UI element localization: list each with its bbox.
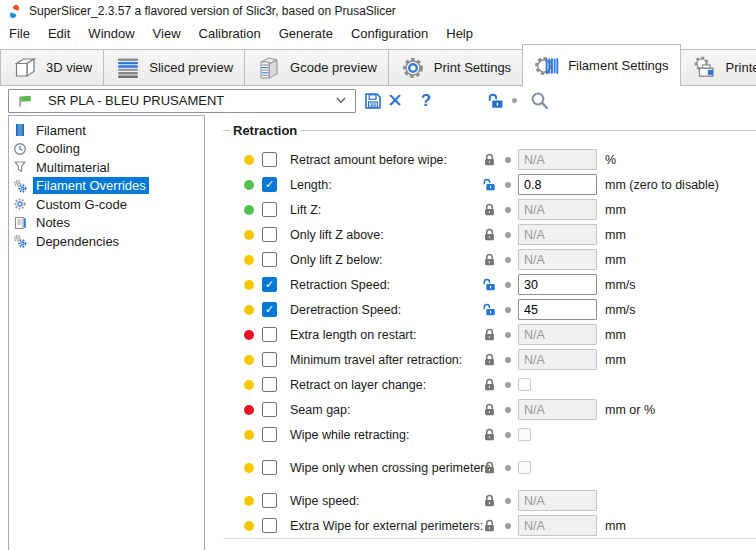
override-checkbox[interactable] (262, 202, 277, 217)
sidebar-item-multimaterial[interactable]: Multimaterial (9, 158, 204, 177)
override-checkbox[interactable] (262, 252, 277, 267)
locked-icon[interactable] (483, 328, 496, 341)
menu-item-edit[interactable]: Edit (39, 23, 79, 44)
setting-control (518, 199, 597, 220)
bullet-icon (505, 182, 511, 188)
menu-item-help[interactable]: Help (437, 23, 482, 44)
override-checkbox[interactable] (262, 352, 277, 367)
sidebar-item-cooling[interactable]: Cooling (9, 140, 204, 159)
locked-icon[interactable] (483, 461, 496, 474)
help-icon[interactable]: ? (420, 91, 432, 111)
setting-label: Retraction Speed: (290, 278, 483, 292)
bullet-icon (505, 307, 511, 313)
sidebar-item-dependencies[interactable]: Dependencies (9, 232, 204, 251)
locked-icon[interactable] (483, 403, 496, 416)
setting-control (518, 428, 597, 441)
value-input (518, 490, 597, 511)
override-checkbox[interactable] (262, 152, 277, 167)
settings-panel: Retraction Retract amount before wipe: %… (206, 115, 756, 550)
unlocked-icon[interactable] (483, 178, 496, 191)
cube-icon (12, 55, 38, 81)
gear-icon (13, 197, 27, 211)
setting-row: ✓ Retraction Speed: mm/s (206, 272, 756, 297)
sidebar-item-label: Filament (33, 122, 89, 139)
status-dot-icon (244, 280, 254, 290)
sidebar-item-notes[interactable]: Notes (9, 214, 204, 233)
setting-control (518, 399, 597, 420)
menu-item-window[interactable]: Window (79, 23, 143, 44)
setting-row: Extra length on restart: mm (206, 322, 756, 347)
tab-label: Printer Settings (726, 60, 756, 75)
sidebar-item-custom-g-code[interactable]: Custom G-code (9, 195, 204, 214)
sidebar-item-filament[interactable]: Filament (9, 121, 204, 140)
tab-filament-settings[interactable]: Filament Settings (522, 44, 680, 86)
tab-3d-view[interactable]: 3D view (0, 49, 104, 86)
search-icon[interactable] (530, 91, 549, 110)
tab-printer-settings[interactable]: Printer Settings (680, 49, 756, 86)
override-checkbox[interactable] (262, 327, 277, 342)
unlocked-icon[interactable] (488, 93, 504, 109)
menu-item-calibration[interactable]: Calibration (190, 23, 270, 44)
locked-icon[interactable] (483, 153, 496, 166)
locked-icon[interactable] (483, 378, 496, 391)
value-input[interactable] (518, 174, 597, 195)
bullet-icon (505, 498, 511, 504)
tab-sliced-preview[interactable]: Sliced preview (103, 49, 245, 86)
unlocked-icon[interactable] (483, 303, 496, 316)
tab-print-settings[interactable]: Print Settings (388, 49, 523, 86)
sidebar-item-label: Filament Overrides (33, 177, 149, 194)
tab-gcode-preview[interactable]: Gcode preview (244, 49, 389, 86)
override-checkbox[interactable] (262, 460, 277, 475)
override-checkbox[interactable]: ✓ (262, 177, 277, 192)
sidebar-item-filament-overrides[interactable]: Filament Overrides (9, 177, 204, 196)
status-dot-icon (244, 496, 254, 506)
locked-icon[interactable] (483, 203, 496, 216)
locked-icon[interactable] (483, 519, 496, 532)
unlocked-icon[interactable] (483, 278, 496, 291)
clock-icon (13, 142, 27, 156)
value-checkbox (518, 378, 531, 391)
tab-label: Filament Settings (568, 58, 668, 73)
delete-icon[interactable]: ✕ (386, 92, 404, 110)
locked-icon[interactable] (483, 228, 496, 241)
setting-control (518, 461, 597, 474)
unit-label: mm (605, 253, 626, 267)
menu-item-file[interactable]: File (0, 23, 39, 44)
chevron-down-icon (336, 97, 346, 104)
value-input[interactable] (518, 274, 597, 295)
menu-item-configuration[interactable]: Configuration (342, 23, 437, 44)
override-checkbox[interactable] (262, 227, 277, 242)
setting-label: Extra Wipe for external perimeters: (290, 519, 483, 533)
locked-icon[interactable] (483, 253, 496, 266)
tab-label: Print Settings (434, 60, 511, 75)
bullet-icon (505, 523, 511, 529)
menu-item-view[interactable]: View (144, 23, 190, 44)
settings-rows: Retract amount before wipe: % ✓ Length: … (206, 147, 756, 538)
override-checkbox[interactable] (262, 427, 277, 442)
unit-label: % (605, 153, 616, 167)
unit-label: mm (605, 203, 626, 217)
value-input[interactable] (518, 299, 597, 320)
locked-icon[interactable] (483, 494, 496, 507)
setting-label: Only lift Z above: (290, 228, 483, 242)
override-checkbox[interactable] (262, 493, 277, 508)
spool-icon (13, 123, 27, 137)
setting-label: Retract amount before wipe: (290, 153, 483, 167)
menu-item-generate[interactable]: Generate (270, 23, 342, 44)
override-checkbox[interactable]: ✓ (262, 277, 277, 292)
sidebar-item-label: Custom G-code (33, 196, 130, 213)
override-checkbox[interactable] (262, 377, 277, 392)
override-checkbox[interactable]: ✓ (262, 302, 277, 317)
bullet-icon (505, 432, 511, 438)
value-checkbox (518, 461, 531, 474)
setting-control (518, 378, 597, 391)
section-title: Retraction (233, 123, 297, 138)
override-checkbox[interactable] (262, 402, 277, 417)
preset-combobox[interactable]: SR PLA - BLEU PRUSAMENT (8, 89, 356, 113)
status-dot-icon (244, 330, 254, 340)
locked-icon[interactable] (483, 353, 496, 366)
override-checkbox[interactable] (262, 518, 277, 533)
setting-row: Wipe while retracting: (206, 422, 756, 447)
save-icon[interactable] (363, 91, 383, 111)
locked-icon[interactable] (483, 428, 496, 441)
